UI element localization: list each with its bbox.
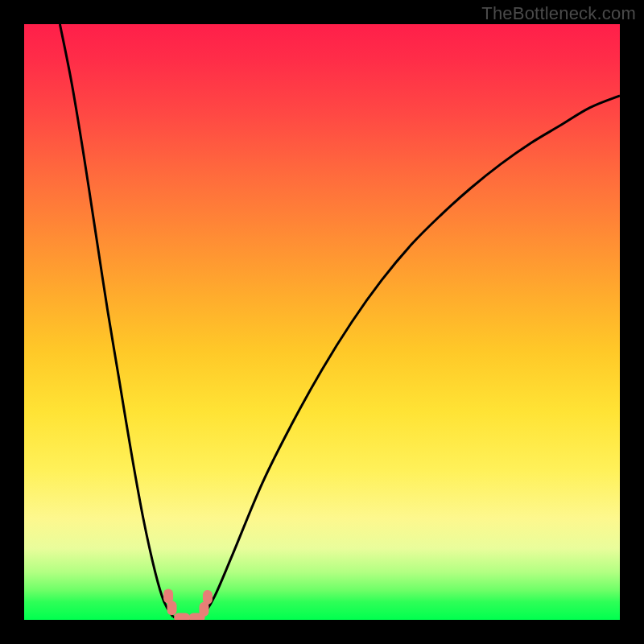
plot-area: [24, 24, 620, 620]
watermark-text: TheBottleneck.com: [481, 3, 636, 24]
curve-right: [203, 96, 620, 617]
left-marker-lower: [167, 601, 177, 615]
curve-left: [60, 24, 173, 617]
bottom-marker-right: [189, 613, 205, 620]
curve-group: [60, 24, 620, 618]
chart-svg: [24, 24, 620, 620]
chart-frame: TheBottleneck.com: [0, 0, 644, 644]
bottom-marker-left: [174, 613, 190, 620]
